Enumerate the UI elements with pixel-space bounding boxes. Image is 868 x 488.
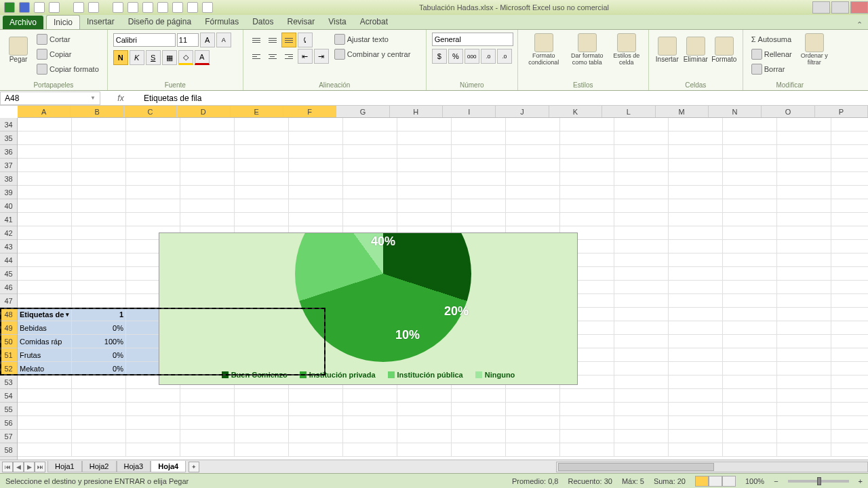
row-header[interactable]: 35 xyxy=(0,131,17,145)
cell[interactable] xyxy=(72,375,126,389)
cell[interactable] xyxy=(777,416,831,430)
row-header[interactable]: 43 xyxy=(0,240,17,253)
zoom-in-button[interactable]: + xyxy=(859,477,863,485)
align-middle-button[interactable] xyxy=(265,33,280,47)
cell[interactable] xyxy=(560,172,614,186)
cell[interactable] xyxy=(777,159,831,172)
delete-cells-button[interactable]: Eliminar xyxy=(683,33,709,66)
cell[interactable] xyxy=(831,240,868,253)
cell[interactable] xyxy=(777,281,831,294)
cell[interactable] xyxy=(72,416,126,430)
cell[interactable] xyxy=(126,389,180,403)
cell[interactable] xyxy=(560,443,614,457)
decrease-font-icon[interactable]: A xyxy=(216,33,231,47)
cell[interactable] xyxy=(723,335,777,348)
cell[interactable] xyxy=(235,159,289,172)
cell[interactable] xyxy=(289,186,343,199)
row-header[interactable]: 55 xyxy=(0,403,17,416)
cell[interactable] xyxy=(831,213,868,226)
qat-icon[interactable] xyxy=(157,2,168,13)
row-header[interactable]: 51 xyxy=(0,348,17,362)
sort-filter-button[interactable]: Ordenar y filtrar xyxy=(797,33,831,66)
align-top-button[interactable] xyxy=(249,33,264,47)
border-button[interactable]: ▦ xyxy=(162,50,177,65)
cell[interactable] xyxy=(343,159,397,172)
cell[interactable] xyxy=(560,118,614,131)
cell[interactable] xyxy=(397,145,452,159)
cell[interactable] xyxy=(777,403,831,416)
cell[interactable] xyxy=(614,335,669,348)
cell[interactable]: 1 xyxy=(72,308,126,321)
cell[interactable] xyxy=(831,375,868,389)
cell[interactable] xyxy=(777,308,831,321)
column-header[interactable]: K xyxy=(549,106,602,117)
cell[interactable] xyxy=(669,403,723,416)
ribbon-tab-vista[interactable]: Vista xyxy=(321,15,353,29)
cell[interactable] xyxy=(235,131,289,145)
cell[interactable] xyxy=(614,443,669,457)
row-header[interactable]: 40 xyxy=(0,199,17,213)
cell[interactable] xyxy=(18,118,72,131)
cell[interactable] xyxy=(723,321,777,335)
cell[interactable] xyxy=(72,281,126,294)
cell[interactable] xyxy=(614,240,669,253)
cell[interactable] xyxy=(180,199,235,213)
cell[interactable] xyxy=(669,213,723,226)
cell[interactable] xyxy=(506,416,560,430)
cell[interactable] xyxy=(723,375,777,389)
cell[interactable] xyxy=(452,389,506,403)
cell[interactable] xyxy=(18,199,72,213)
row-header[interactable]: 34 xyxy=(0,118,17,131)
qat-icon[interactable] xyxy=(73,2,84,13)
row-header[interactable]: 42 xyxy=(0,226,17,240)
cell[interactable] xyxy=(723,294,777,308)
cell[interactable] xyxy=(126,131,180,145)
cell[interactable] xyxy=(777,240,831,253)
cell[interactable] xyxy=(723,267,777,281)
cell[interactable] xyxy=(180,145,235,159)
scroll-thumb[interactable] xyxy=(558,463,714,471)
cell[interactable] xyxy=(72,172,126,186)
cell[interactable] xyxy=(669,199,723,213)
cell[interactable] xyxy=(235,403,289,416)
cell[interactable] xyxy=(614,321,669,335)
orientation-button[interactable]: ⤹ xyxy=(298,33,313,47)
cell[interactable] xyxy=(343,172,397,186)
cell[interactable] xyxy=(180,443,235,457)
cell[interactable] xyxy=(723,281,777,294)
cell[interactable] xyxy=(614,186,669,199)
cell[interactable] xyxy=(18,430,72,443)
cell[interactable] xyxy=(72,118,126,131)
cell[interactable] xyxy=(831,145,868,159)
cell[interactable] xyxy=(560,145,614,159)
cell[interactable] xyxy=(343,145,397,159)
cell[interactable] xyxy=(452,131,506,145)
cell[interactable] xyxy=(72,145,126,159)
cell[interactable] xyxy=(777,335,831,348)
undo-icon[interactable] xyxy=(34,2,45,13)
minimize-ribbon-icon[interactable]: ⌃ xyxy=(856,20,863,29)
cell[interactable] xyxy=(669,362,723,375)
copy-button[interactable]: Copiar xyxy=(34,47,102,61)
cell[interactable] xyxy=(506,172,560,186)
row-header[interactable]: 54 xyxy=(0,389,17,403)
cell[interactable] xyxy=(777,443,831,457)
cell[interactable] xyxy=(72,199,126,213)
align-bottom-button[interactable] xyxy=(281,33,296,47)
column-header[interactable]: J xyxy=(496,106,549,117)
cell[interactable] xyxy=(289,145,343,159)
cell[interactable] xyxy=(831,267,868,281)
name-box[interactable]: A48▼ xyxy=(0,92,100,105)
cell-styles-button[interactable]: Estilos de celda xyxy=(610,33,643,66)
row-header[interactable]: 56 xyxy=(0,416,17,430)
cell[interactable] xyxy=(777,118,831,131)
qat-icon[interactable] xyxy=(127,2,138,13)
cell[interactable] xyxy=(235,416,289,430)
cell[interactable] xyxy=(506,389,560,403)
cell[interactable] xyxy=(723,416,777,430)
italic-button[interactable]: K xyxy=(130,50,144,65)
cell[interactable] xyxy=(72,430,126,443)
cell[interactable] xyxy=(506,430,560,443)
fx-icon[interactable]: fx xyxy=(100,94,141,103)
close-button[interactable] xyxy=(850,1,868,14)
